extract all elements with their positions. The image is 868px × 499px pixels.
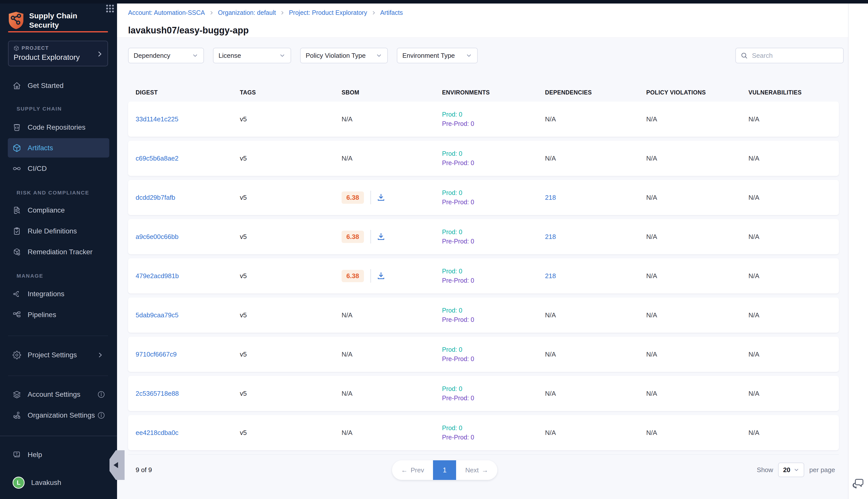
env-prod: Prod: 0 bbox=[442, 345, 545, 354]
env-prod: Prod: 0 bbox=[442, 149, 545, 158]
breadcrumb-separator-icon bbox=[371, 10, 376, 15]
environments-cell: Prod: 0 Pre-Prod: 0 bbox=[442, 384, 545, 403]
vulnerabilities-cell: N/A bbox=[748, 311, 839, 319]
env-prod: Prod: 0 bbox=[442, 267, 545, 276]
tags-cell: v5 bbox=[240, 429, 342, 437]
sidebar-item-label: Rule Definitions bbox=[28, 227, 77, 235]
digest-link[interactable]: c69c5b6a8ae2 bbox=[136, 155, 178, 162]
digest-link[interactable]: 33d114e1c225 bbox=[136, 115, 178, 123]
env-preprod: Pre-Prod: 0 bbox=[442, 315, 545, 324]
sidebar-item-artifacts[interactable]: Artifacts bbox=[8, 138, 109, 158]
filter-label: Environment Type bbox=[402, 52, 455, 60]
sidebar-item-organization-settings[interactable]: Organization Settings bbox=[8, 405, 109, 425]
sidebar-item-get-started[interactable]: Get Started bbox=[8, 76, 109, 95]
sidebar-item-integrations[interactable]: Integrations bbox=[8, 284, 109, 304]
table-header-row: DIGEST TAGS SBOM ENVIRONMENTS DEPENDENCI… bbox=[128, 83, 839, 101]
environments-cell: Prod: 0 Pre-Prod: 0 bbox=[442, 306, 545, 324]
digest-link[interactable]: 2c5365718e88 bbox=[136, 390, 179, 397]
tags-cell: v5 bbox=[240, 390, 342, 398]
sidebar-item-account-settings[interactable]: Account Settings bbox=[8, 385, 109, 404]
tags-cell: v5 bbox=[240, 155, 342, 162]
info-icon[interactable] bbox=[97, 390, 105, 399]
sbom-cell: N/A bbox=[342, 311, 442, 319]
digest-link[interactable]: 5dab9caa79c5 bbox=[136, 311, 178, 319]
page-size-value: 20 bbox=[783, 466, 790, 474]
clipboard-check-icon bbox=[13, 227, 21, 235]
sbom-score-badge[interactable]: 6.38 bbox=[342, 231, 364, 243]
user-menu[interactable]: L Lavakush bbox=[8, 473, 109, 492]
sidebar-item-project-settings[interactable]: Project Settings bbox=[8, 345, 109, 365]
download-sbom-button[interactable] bbox=[376, 193, 385, 202]
dependency-filter-dropdown[interactable]: Dependency bbox=[128, 48, 204, 63]
environment-type-filter-dropdown[interactable]: Environment Type bbox=[397, 48, 478, 63]
sidebar-item-label: Artifacts bbox=[28, 144, 53, 152]
doc-search-icon bbox=[13, 206, 21, 215]
prev-page-button[interactable]: ← Prev bbox=[392, 460, 433, 480]
digest-link[interactable]: a9c6e00c66bb bbox=[136, 233, 178, 241]
pagination-bar: 9 of 9 ← Prev 1 Next → Show 20 per page bbox=[128, 458, 844, 482]
breadcrumb-project-link[interactable]: Project: Product Exploratory bbox=[289, 9, 367, 16]
project-selector[interactable]: PROJECT Product Exploratory bbox=[8, 41, 108, 66]
filter-label: Policy Violation Type bbox=[306, 52, 366, 60]
download-sbom-button[interactable] bbox=[376, 232, 385, 241]
page-size-control: Show 20 per page bbox=[757, 458, 835, 482]
chevron-right-icon bbox=[97, 352, 104, 358]
result-count: 9 of 9 bbox=[136, 458, 152, 482]
dependencies-link[interactable]: 218 bbox=[545, 233, 556, 241]
download-sbom-button[interactable] bbox=[376, 271, 385, 280]
env-preprod: Pre-Prod: 0 bbox=[442, 237, 545, 246]
code-repo-icon bbox=[13, 123, 21, 132]
breadcrumb-artifacts-link[interactable]: Artifacts bbox=[380, 9, 403, 16]
sbom-cell: N/A bbox=[342, 390, 442, 398]
license-filter-dropdown[interactable]: License bbox=[213, 48, 291, 63]
sbom-cell: 6.38 bbox=[342, 191, 442, 204]
digest-link[interactable]: dcdd29b7fafb bbox=[136, 194, 175, 201]
sidebar-item-code-repositories[interactable]: Code Repositories bbox=[8, 118, 109, 137]
sbom-cell: N/A bbox=[342, 155, 442, 162]
tags-cell: v5 bbox=[240, 351, 342, 358]
info-icon[interactable] bbox=[97, 411, 105, 419]
page-number-button[interactable]: 1 bbox=[433, 460, 456, 480]
sidebar-item-pipelines[interactable]: Pipelines bbox=[8, 305, 109, 324]
search-input[interactable] bbox=[752, 51, 839, 60]
table-row: 33d114e1c225 v5 N/A Prod: 0 Pre-Prod: 0 … bbox=[128, 101, 839, 137]
sidebar-item-label: Help bbox=[28, 451, 42, 459]
vulnerabilities-cell: N/A bbox=[748, 115, 839, 123]
table-row: ee4218cdba0c v5 N/A Prod: 0 Pre-Prod: 0 … bbox=[128, 415, 839, 450]
dependencies-link[interactable]: 218 bbox=[545, 194, 556, 201]
tags-cell: v5 bbox=[240, 233, 342, 241]
vulnerabilities-cell: N/A bbox=[748, 272, 839, 280]
breadcrumb-organization-link[interactable]: Organization: default bbox=[218, 9, 276, 16]
dependencies-link[interactable]: 218 bbox=[545, 272, 556, 280]
vulnerabilities-cell: N/A bbox=[748, 429, 839, 437]
divider bbox=[370, 230, 371, 243]
tags-cell: v5 bbox=[240, 272, 342, 280]
sidebar-item-rule-definitions[interactable]: Rule Definitions bbox=[8, 221, 109, 241]
breadcrumb-account-link[interactable]: Account: Automation-SSCA bbox=[128, 9, 205, 16]
sidebar-item-remediation-tracker[interactable]: Remediation Tracker bbox=[8, 242, 109, 261]
sbom-score-badge[interactable]: 6.38 bbox=[342, 192, 364, 204]
table-row: 5dab9caa79c5 v5 N/A Prod: 0 Pre-Prod: 0 … bbox=[128, 297, 839, 333]
policy-violation-type-filter-dropdown[interactable]: Policy Violation Type bbox=[300, 48, 388, 63]
home-icon bbox=[13, 82, 21, 90]
next-page-button[interactable]: Next → bbox=[456, 460, 497, 480]
digest-link[interactable]: ee4218cdba0c bbox=[136, 429, 178, 436]
sidebar-item-label: Pipelines bbox=[28, 311, 56, 319]
sidebar-item-label: Project Settings bbox=[28, 351, 77, 359]
sidebar-item-help[interactable]: Help bbox=[8, 445, 109, 464]
dependencies-cell: N/A bbox=[545, 351, 646, 358]
org-gear-icon bbox=[13, 411, 21, 419]
cube-icon bbox=[14, 46, 19, 51]
digest-link[interactable]: 479e2acd981b bbox=[136, 272, 179, 280]
brand-accent-line bbox=[8, 31, 108, 33]
sidebar-item-label: Get Started bbox=[28, 82, 64, 90]
digest-link[interactable]: 9710cf6667c9 bbox=[136, 351, 176, 358]
chat-bubbles-icon[interactable] bbox=[852, 477, 865, 490]
per-page-label: per page bbox=[809, 466, 835, 474]
sidebar-item-cicd[interactable]: CI/CD bbox=[8, 159, 109, 178]
page-size-dropdown[interactable]: 20 bbox=[778, 463, 804, 477]
sidebar-item-compliance[interactable]: Compliance bbox=[8, 200, 109, 220]
sbom-score-badge[interactable]: 6.38 bbox=[342, 270, 364, 282]
main-content: Account: Automation-SSCA Organization: d… bbox=[117, 3, 868, 499]
app-grid-icon[interactable] bbox=[105, 3, 115, 14]
